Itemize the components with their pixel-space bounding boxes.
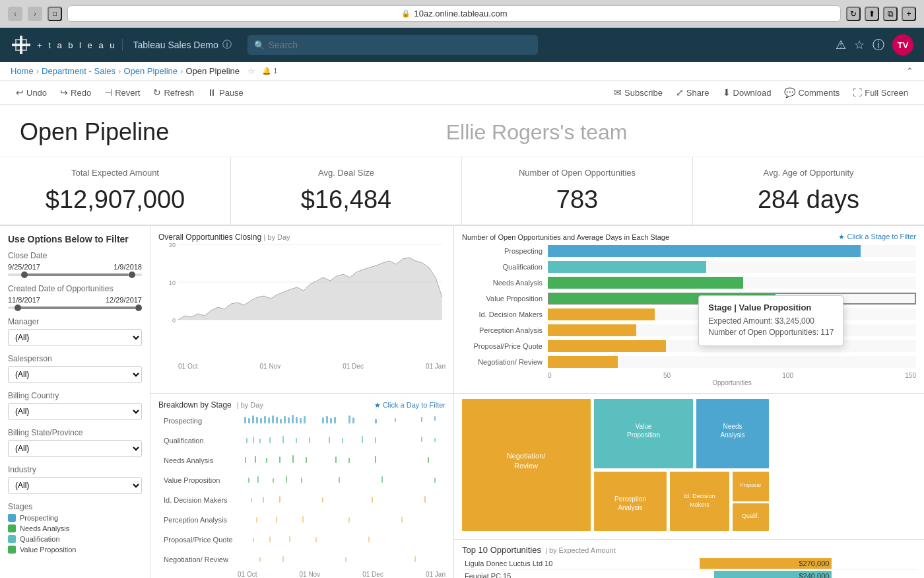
closing-chart-title-text: Overall Opportunities Closing [158,233,261,242]
subscribe-icon: ✉ [614,87,622,98]
breakdown-filter-link[interactable]: ★ Click a Day to Filter [374,401,446,410]
tooltip-amount: Expected Amount: $3,245,000 [708,316,834,326]
svg-rect-16 [272,415,274,423]
created-date-thumb-left[interactable] [15,305,21,311]
breakdown-dots-proposal [243,532,440,548]
breadcrumb-dept[interactable]: Department - Sales [42,66,116,76]
svg-rect-20 [288,417,290,423]
stage-legend: Stages Prospecting Needs Analysis Qualif… [8,502,142,554]
created-date-slider[interactable] [8,307,142,309]
forward-button[interactable]: › [28,7,42,21]
breadcrumb-home[interactable]: Home [11,66,34,76]
window-button[interactable]: □ [48,7,62,21]
dashboard-title-row: Open Pipeline Ellie Rogers's team [0,105,924,157]
bar-chart-panel: Number of Open Opportunities and Average… [454,226,924,393]
perception-dots-svg [243,512,440,528]
industry-filter: Industry (All) [8,465,142,494]
breakdown-row-perception: Perception Analysis [158,510,446,530]
manager-select[interactable]: (All) [8,329,142,346]
bar-fill-perception [548,324,636,336]
back-button[interactable]: ‹ [8,7,22,21]
download-button[interactable]: ⬇ Download [717,85,777,100]
collapse-icon[interactable]: ⌃ [906,66,913,76]
fullscreen-label: Full Screen [865,88,908,98]
refresh-button[interactable]: ↻ Refresh [148,85,199,100]
industry-select[interactable]: (All) [8,477,142,494]
svg-text:Review: Review [514,462,538,470]
url-bar[interactable]: 🔒 10az.online.tableau.com [67,5,841,22]
svg-text:Id. Decision: Id. Decision [684,493,715,499]
bookmark-star-icon[interactable]: ☆ [248,66,255,76]
alert-icon[interactable]: ⚠ [836,38,846,52]
redo-button[interactable]: ↪ Redo [55,85,96,100]
created-date-thumb-right[interactable] [135,305,142,311]
new-tab-button[interactable]: + [902,7,916,21]
chart-top-row: Overall Opportunities Closing | by Day 2… [150,226,924,394]
top10-tbody: Ligula Donec Luctus Ltd 10 $270,000 Feug… [462,558,916,578]
share-button[interactable]: ⬆ [865,7,879,21]
legend-qual-dot [8,535,16,543]
bar-row-id-decision: Id. Decision Makers [462,308,916,320]
table-row: Feugiat PC 15 $240,000 [462,570,916,579]
pause-icon: ⏸ [207,87,216,98]
close-date-end: 1/9/2018 [114,263,142,271]
legend-needs-analysis: Needs Analysis [8,524,142,532]
bar-row-negotiation: Negotiation/ Review [462,356,916,368]
tabs-button[interactable]: ⧉ [883,7,898,21]
browser-titlebar: ‹ › □ 🔒 10az.online.tableau.com ↻ ⬆ ⧉ + [0,0,924,27]
svg-rect-84 [348,517,350,523]
reload-button[interactable]: ↻ [846,7,861,21]
top10-bar-cell: $270,000 [700,558,916,570]
close-date-range: 9/25/2017 1/9/2018 [8,263,142,271]
kpi-avg-age-label: Avg. Age of Opportunity [709,168,908,178]
redo-label: Redo [71,88,91,98]
top10-name: Ligula Donec Luctus Ltd 10 [462,558,700,570]
billing-state-select[interactable]: (All) [8,440,142,457]
breakdown-row-negotiation: Negotiation/ Review [158,550,446,569]
svg-rect-34 [434,416,436,421]
avatar[interactable]: TV [892,34,913,55]
tooltip-opps-label: Number of Open Opportunities: [708,328,818,337]
svg-rect-70 [339,477,340,483]
breadcrumb-pipeline[interactable]: Open Pipeline [123,66,178,76]
closing-chart-panel: Overall Opportunities Closing | by Day 2… [150,226,454,393]
billing-country-label: Billing Country [8,391,142,400]
legend-qual-label: Qualification [20,535,60,543]
pause-button[interactable]: ⏸ Pause [202,85,249,100]
created-date-label: Created Date of Opportunities [8,284,142,293]
close-date-slider[interactable] [8,273,142,276]
comments-button[interactable]: 💬 Comments [779,85,845,100]
browser-chrome: ‹ › □ 🔒 10az.online.tableau.com ↻ ⬆ ⧉ + [0,0,924,28]
svg-rect-44 [296,438,297,443]
fullscreen-icon: ⛶ [853,87,862,98]
close-date-thumb-left[interactable] [21,271,28,278]
breakdown-label-needs: Needs Analysis [164,456,243,464]
subscribe-button[interactable]: ✉ Subscribe [609,85,668,100]
search-input[interactable] [248,35,538,55]
star-icon[interactable]: ☆ [854,38,865,52]
x-label-jan: 01 Jan [426,363,446,370]
close-date-filter: Close Date 9/25/2017 1/9/2018 [8,251,142,276]
bar-row-qualification: Qualification [462,261,916,273]
salesperson-label: Salesperson [8,354,142,363]
salesperson-select[interactable]: (All) [8,366,142,383]
fullscreen-button[interactable]: ⛶ Full Screen [847,85,913,100]
svg-rect-54 [245,457,246,463]
nav-icons: ⚠ ☆ ⓘ TV [836,34,913,55]
breadcrumb-sep-3: › [180,66,183,76]
closing-chart-subtitle: | by Day [263,233,290,241]
revert-button[interactable]: ⊣ Revert [99,85,145,100]
svg-rect-48 [362,436,363,443]
info-icon: ⓘ [222,39,232,51]
app-name-text: Tableau Sales Demo [133,40,218,50]
close-date-thumb-right[interactable] [129,271,135,278]
info-icon[interactable]: ⓘ [873,37,884,53]
bar-row-needs: Needs Analysis [462,277,916,289]
billing-country-select[interactable]: (All) [8,403,142,420]
manager-filter: Manager (All) [8,317,142,346]
share-button[interactable]: ⤢ Share [671,85,715,100]
svg-rect-91 [368,536,370,542]
industry-label: Industry [8,465,142,474]
bar-chart-filter-link[interactable]: ★ Click a Stage to Filter [838,233,916,241]
undo-button[interactable]: ↩ Undo [11,85,52,100]
